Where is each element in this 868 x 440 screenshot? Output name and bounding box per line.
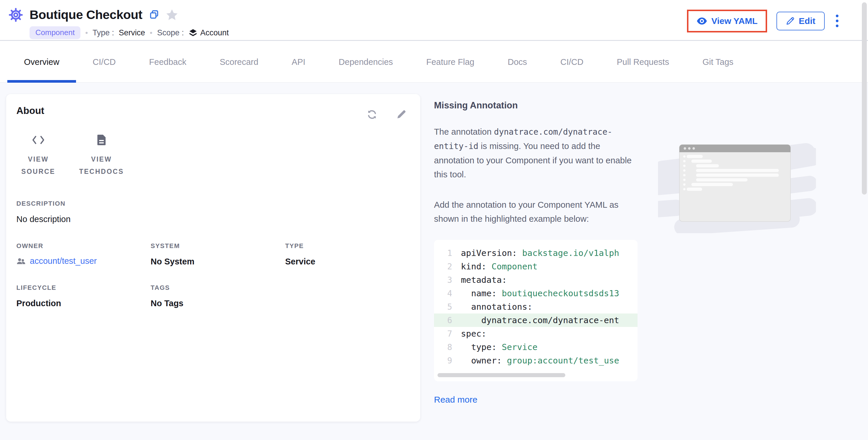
code-line: 3metadata:	[434, 273, 638, 286]
eye-icon	[696, 17, 707, 25]
page-title: Boutique Checkout	[30, 6, 143, 23]
gear-icon	[7, 6, 24, 23]
annotation-paragraph: The annotation dynatrace.com/dynatrace-e…	[434, 125, 639, 181]
separator-dot: •	[150, 28, 152, 37]
edit-label: Edit	[799, 16, 815, 26]
owner-label: OWNER	[17, 242, 151, 250]
separator-dot: •	[85, 28, 88, 37]
about-fields: OWNER account/test_user	[17, 242, 420, 308]
code-line: 1apiVersion: backstage.io/v1alph	[434, 246, 638, 260]
tab-overview[interactable]: Overview	[7, 42, 76, 82]
code-brackets-icon	[17, 134, 60, 146]
code-window-illustration	[658, 134, 816, 233]
annotation-highlight-box: View YAML	[687, 10, 767, 32]
lifecycle-field: LIFECYCLE Production	[17, 284, 151, 308]
missing-annotation-section: Missing Annotation The annotation dynatr…	[434, 83, 868, 440]
annotation-text: The annotation	[434, 127, 494, 136]
tab-git-tags[interactable]: Git Tags	[686, 42, 750, 82]
system-label: SYSTEM	[151, 242, 285, 250]
owner-link[interactable]: account/test_user	[30, 256, 97, 266]
code-line: 7spec:	[434, 327, 638, 340]
missing-annotation-title: Missing Annotation	[434, 100, 868, 111]
annotation-instruction: Add the annotation to your Component YAM…	[434, 198, 639, 226]
yaml-code-block: 1apiVersion: backstage.io/v1alph 2kind: …	[434, 240, 638, 381]
kind-badge: Component	[30, 26, 81, 39]
view-source-button[interactable]: VIEW SOURCE	[17, 134, 60, 178]
tab-dependencies[interactable]: Dependencies	[322, 42, 409, 82]
tab-feature-flag[interactable]: Feature Flag	[410, 42, 491, 82]
tags-field: TAGS No Tags	[151, 284, 285, 308]
lifecycle-value: Production	[17, 299, 151, 308]
description-label: DESCRIPTION	[17, 200, 420, 207]
code-line: 4 name: boutiquecheckoutsdsds13	[434, 286, 638, 300]
tab-docs[interactable]: Docs	[491, 42, 544, 82]
kebab-menu-icon[interactable]	[834, 13, 840, 29]
document-icon	[74, 134, 129, 146]
code-line: 5 annotations:	[434, 300, 638, 313]
about-card: About	[6, 94, 420, 421]
tags-value: No Tags	[151, 299, 285, 308]
page-scrollbar-thumb[interactable]	[862, 2, 867, 195]
tab-feedback[interactable]: Feedback	[132, 42, 203, 82]
star-icon[interactable]	[166, 9, 178, 21]
lifecycle-label: LIFECYCLE	[17, 284, 151, 292]
tab-cicd[interactable]: CI/CD	[76, 42, 132, 82]
copy-icon[interactable]	[150, 10, 159, 19]
type-value: Service	[119, 28, 145, 37]
tags-label: TAGS	[151, 284, 285, 292]
title-block: Boutique Checkout Component	[30, 6, 229, 40]
about-title: About	[17, 105, 44, 121]
code-horizontal-scrollbar	[437, 373, 634, 377]
view-yaml-label: View YAML	[711, 16, 757, 26]
system-field: SYSTEM No System	[151, 242, 285, 266]
code-line-highlighted: 6 dynatrace.com/dynatrace-ent	[434, 313, 638, 327]
people-icon	[17, 258, 26, 265]
quick-actions: VIEW SOURCE VIEW TECHDOCS	[17, 134, 420, 178]
view-techdocs-button[interactable]: VIEW TECHDOCS	[74, 134, 129, 178]
read-more-link[interactable]: Read more	[434, 395, 477, 405]
code-line: 2kind: Component	[434, 260, 638, 273]
code-line: 9 owner: group:account/test_use	[434, 354, 638, 367]
pencil-icon	[786, 16, 795, 26]
code-line: 8 type: Service	[434, 340, 638, 354]
type-field: TYPE Service	[285, 242, 420, 266]
header-left: Boutique Checkout Component	[7, 0, 229, 40]
description-value: No description	[17, 214, 420, 224]
type-label: Type :	[93, 28, 114, 37]
content-area: About	[0, 83, 868, 440]
edit-button[interactable]: Edit	[776, 12, 825, 30]
layers-icon	[189, 28, 197, 37]
entity-tabs: Overview CI/CD Feedback Scorecard API De…	[0, 42, 868, 83]
entity-page: Boutique Checkout Component	[0, 0, 868, 440]
view-source-label: VIEW SOURCE	[17, 153, 60, 178]
view-techdocs-label: VIEW TECHDOCS	[74, 153, 129, 178]
scope-label: Scope :	[157, 28, 184, 37]
tab-scorecard[interactable]: Scorecard	[203, 42, 275, 82]
tab-api[interactable]: API	[275, 42, 322, 82]
system-value: No System	[151, 257, 285, 266]
view-yaml-button[interactable]: View YAML	[695, 16, 759, 26]
header-actions: View YAML Edit	[687, 0, 840, 40]
type-field-value: Service	[285, 257, 420, 266]
tab-pull-requests[interactable]: Pull Requests	[600, 42, 686, 82]
page-header: Boutique Checkout Component	[0, 0, 868, 41]
owner-field: OWNER account/test_user	[17, 242, 151, 266]
type-field-label: TYPE	[285, 242, 420, 250]
refresh-icon[interactable]	[366, 109, 378, 121]
code-scrollbar-thumb[interactable]	[437, 373, 565, 377]
entity-meta-row: Component • Type : Service • Scope :	[30, 26, 229, 39]
pencil-icon[interactable]	[396, 109, 407, 121]
tab-cicd-2[interactable]: CI/CD	[544, 42, 600, 82]
scope-value: Account	[200, 28, 229, 37]
